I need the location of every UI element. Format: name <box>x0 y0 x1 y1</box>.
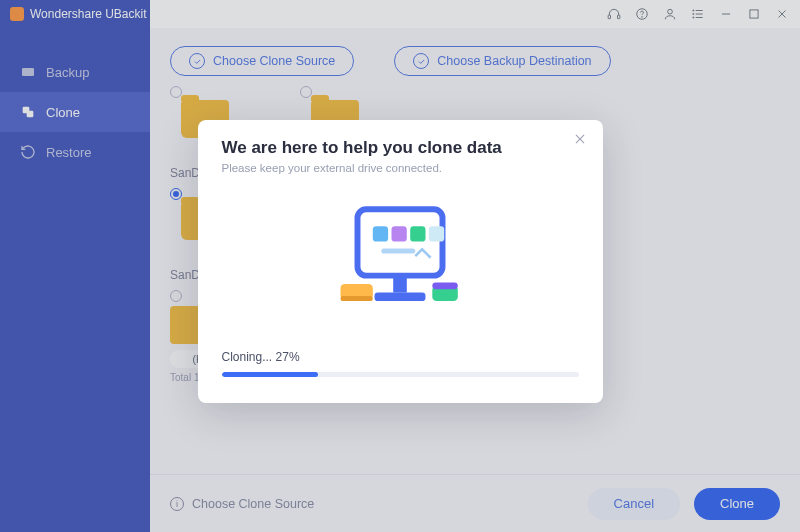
svg-rect-24 <box>429 226 444 241</box>
svg-rect-22 <box>392 226 407 241</box>
progress-bar-fill <box>222 372 318 377</box>
svg-rect-31 <box>432 282 458 289</box>
svg-rect-27 <box>375 293 426 302</box>
svg-rect-23 <box>410 226 425 241</box>
modal-subtitle: Please keep your external drive connecte… <box>222 162 579 174</box>
clone-status-text: Cloning... 27% <box>222 350 579 364</box>
status-prefix: Cloning... <box>222 350 276 364</box>
svg-rect-25 <box>381 248 415 253</box>
status-percent: 27% <box>276 350 300 364</box>
computer-illustration-icon <box>222 192 579 332</box>
progress-bar <box>222 372 579 377</box>
svg-rect-20 <box>358 209 443 275</box>
modal-title: We are here to help you clone data <box>222 138 579 158</box>
clone-progress-modal: We are here to help you clone data Pleas… <box>198 120 603 403</box>
svg-rect-21 <box>373 226 388 241</box>
svg-rect-29 <box>341 296 373 301</box>
modal-backdrop: We are here to help you clone data Pleas… <box>0 0 800 532</box>
modal-close-button[interactable] <box>573 132 589 148</box>
svg-rect-26 <box>393 276 407 293</box>
